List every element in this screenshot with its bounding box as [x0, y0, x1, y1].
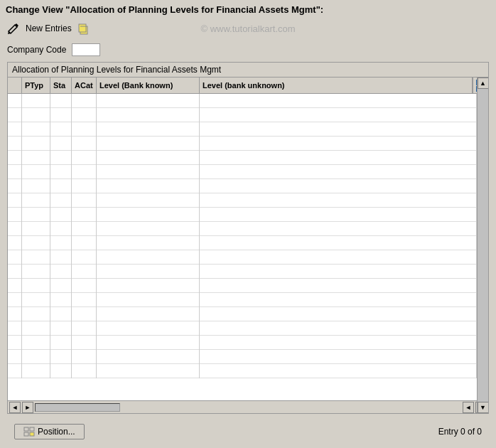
new-entries-icon[interactable]: [6, 21, 21, 36]
hscroll-right-1[interactable]: ►: [22, 402, 33, 413]
th-sta: Sta: [50, 78, 72, 93]
window-title: Change View "Allocation of Planning Leve…: [6, 4, 323, 15]
table-row[interactable]: [8, 336, 477, 350]
table-row[interactable]: [8, 151, 477, 165]
content-area: Company Code Allocation of Planning Leve…: [0, 39, 496, 448]
svg-rect-4: [30, 427, 34, 431]
table-row[interactable]: [8, 307, 477, 321]
table-row[interactable]: [8, 236, 477, 250]
table-row[interactable]: [8, 137, 477, 151]
toolbar: New Entries © www.tutorialkart.com: [0, 18, 496, 39]
svg-rect-1: [79, 24, 86, 32]
table-header: PTyp Sta ACat Level (Bank known) Level (…: [8, 78, 488, 94]
company-code-label: Company Code: [7, 45, 66, 55]
table-row[interactable]: [8, 321, 477, 336]
table-row[interactable]: [8, 122, 477, 137]
table-row[interactable]: [8, 265, 477, 279]
table-row[interactable]: [8, 208, 477, 222]
table-row[interactable]: [8, 222, 477, 236]
entry-status: Entry 0 of 0: [438, 427, 482, 437]
table-row[interactable]: [8, 108, 477, 122]
table-row[interactable]: [8, 94, 477, 108]
table-row[interactable]: [8, 350, 477, 364]
hscroll-track-left[interactable]: [35, 403, 120, 412]
hscroll-left-1[interactable]: ◄: [9, 402, 21, 413]
table-row[interactable]: [8, 279, 477, 293]
position-button-label: Position...: [38, 427, 75, 437]
table-row[interactable]: [8, 293, 477, 307]
scroll-up-button[interactable]: ▲: [478, 78, 489, 89]
bottom-bar: Position... Entry 0 of 0: [7, 420, 489, 444]
scroll-down-button[interactable]: ▼: [478, 402, 489, 413]
scroll-track-up[interactable]: [478, 89, 488, 402]
table-wrapper: PTyp Sta ACat Level (Bank known) Level (…: [8, 78, 488, 413]
title-bar: Change View "Allocation of Planning Leve…: [0, 0, 496, 18]
table-panel-title: Allocation of Planning Levels for Financ…: [8, 63, 488, 78]
th-row-selector: [8, 78, 22, 93]
th-level-unknown: Level (bank unknown): [200, 78, 473, 93]
copy-icon[interactable]: [76, 21, 92, 36]
company-code-row: Company Code: [7, 43, 489, 56]
table-row[interactable]: [8, 179, 477, 193]
position-icon: [23, 427, 35, 437]
table-body: [8, 94, 488, 400]
table-row[interactable]: [8, 193, 477, 208]
svg-rect-6: [30, 432, 34, 436]
vertical-scrollbar: ▲ ▼: [477, 78, 488, 413]
table-row[interactable]: [8, 364, 477, 378]
table-row[interactable]: [8, 165, 477, 179]
main-window: Change View "Allocation of Planning Leve…: [0, 0, 496, 448]
position-button[interactable]: Position...: [14, 424, 85, 439]
svg-rect-3: [24, 427, 28, 431]
th-level-known: Level (Bank known): [97, 78, 200, 93]
th-ptype: PTyp: [22, 78, 50, 93]
allocation-table-panel: Allocation of Planning Levels for Financ…: [7, 62, 489, 414]
table-row[interactable]: [8, 250, 477, 265]
svg-rect-5: [24, 432, 28, 436]
company-code-input[interactable]: [72, 43, 100, 56]
hscroll-left-2[interactable]: ◄: [463, 402, 474, 413]
th-acat: ACat: [72, 78, 97, 93]
watermark: © www.tutorialkart.com: [200, 23, 295, 34]
new-entries-label[interactable]: New Entries: [26, 23, 72, 33]
horizontal-scrollbar: ◄ ► ◄ ►: [8, 400, 488, 413]
